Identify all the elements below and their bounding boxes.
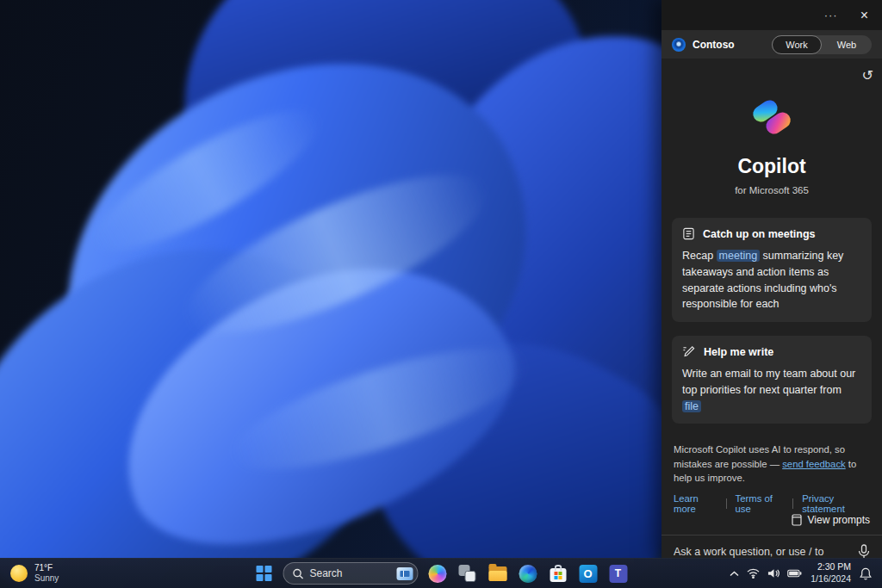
edge-browser-icon xyxy=(519,565,537,583)
file-explorer-icon xyxy=(488,566,506,581)
copilot-subtitle: for Microsoft 365 xyxy=(662,185,882,195)
search-icon xyxy=(293,568,304,579)
wifi-icon[interactable] xyxy=(747,568,760,579)
search-highlights-icon xyxy=(397,567,413,580)
view-prompts-button[interactable]: View prompts xyxy=(792,514,870,526)
taskbar-icon-file-explorer[interactable] xyxy=(487,562,509,585)
copilot-body: ↺ xyxy=(662,59,882,558)
pencil-icon xyxy=(682,345,696,358)
desktop-screen: ··· × Contoso Work Web ↺ xyxy=(0,0,882,588)
more-options-button[interactable]: ··· xyxy=(824,9,838,22)
divider xyxy=(792,498,793,509)
copilot-title: Copilot xyxy=(662,155,882,178)
contoso-logo-icon xyxy=(672,38,686,52)
speaker-icon[interactable] xyxy=(767,568,780,579)
search-placeholder: Search xyxy=(310,567,391,579)
clock-date: 1/16/2024 xyxy=(811,573,851,585)
weather-widget[interactable]: 71°F Sunny xyxy=(0,563,59,585)
prompt-book-icon xyxy=(792,514,802,526)
notification-bell-icon[interactable] xyxy=(860,567,872,580)
composer: 0/4000 xyxy=(662,535,882,558)
microsoft-store-icon xyxy=(550,568,566,582)
microphone-icon[interactable] xyxy=(858,544,870,558)
history-icon[interactable]: ↺ xyxy=(862,69,873,83)
clock-time: 2:30 PM xyxy=(811,561,851,573)
windows-logo-icon xyxy=(257,566,272,581)
toggle-work[interactable]: Work xyxy=(772,35,822,54)
prompt-card-write[interactable]: Help me write Write an email to my team … xyxy=(672,336,872,424)
org-name: Contoso xyxy=(693,39,735,51)
card-body: Recap meeting summarizing key takeaways … xyxy=(682,248,861,313)
tray-chevron-icon[interactable] xyxy=(730,571,739,577)
learn-more-link[interactable]: Learn more xyxy=(674,493,717,514)
card-header: Help me write xyxy=(682,345,861,358)
copilot-panel: ··· × Contoso Work Web ↺ xyxy=(662,0,882,558)
outlook-icon: O xyxy=(579,565,597,583)
view-prompts-label: View prompts xyxy=(808,514,870,526)
search-box[interactable]: Search xyxy=(283,562,419,585)
footer-links: Learn more Terms of use Privacy statemen… xyxy=(662,493,882,514)
privacy-statement-link[interactable]: Privacy statement xyxy=(802,493,870,514)
prompt-card-meetings[interactable]: Catch up on meetings Recap meeting summa… xyxy=(672,218,872,322)
terms-of-use-link[interactable]: Terms of use xyxy=(736,493,785,514)
task-view-icon xyxy=(459,565,476,582)
copilot-header: Contoso Work Web xyxy=(662,30,882,59)
taskbar-icon-microsoft-store[interactable] xyxy=(547,562,569,585)
taskbar-center: Search xyxy=(253,562,630,585)
weather-condition: Sunny xyxy=(34,573,59,585)
composer-box: 0/4000 xyxy=(674,544,870,558)
copilot-brand: Copilot for Microsoft 365 xyxy=(662,95,882,195)
battery-icon[interactable] xyxy=(787,569,802,578)
card-header: Catch up on meetings xyxy=(682,227,861,240)
teams-icon: T xyxy=(609,565,627,583)
card-body: Write an email to my team about our top … xyxy=(682,366,861,414)
ai-disclaimer: Microsoft Copilot uses AI to respond, so… xyxy=(662,443,882,485)
send-feedback-link[interactable]: send feedback xyxy=(782,459,846,469)
card-text: Recap xyxy=(682,250,717,262)
close-button[interactable]: × xyxy=(860,9,868,22)
copilot-titlebar: ··· × xyxy=(662,0,882,30)
taskbar: 71°F Sunny Search xyxy=(0,558,882,588)
view-prompts-row: View prompts xyxy=(662,514,882,535)
meeting-notes-icon xyxy=(682,227,695,240)
toggle-web[interactable]: Web xyxy=(822,36,872,53)
entity-chip-meeting[interactable]: meeting xyxy=(717,250,760,262)
card-text: Write an email to my team about our top … xyxy=(682,368,855,396)
taskbar-icon-outlook[interactable]: O xyxy=(577,562,599,585)
copilot-app-icon xyxy=(428,565,446,583)
divider xyxy=(726,498,727,509)
taskbar-icon-copilot[interactable] xyxy=(426,562,449,585)
entity-chip-file[interactable]: file xyxy=(682,400,701,412)
system-tray: 2:30 PM 1/16/2024 xyxy=(730,561,882,585)
sun-icon xyxy=(10,565,28,582)
prompt-cards: Catch up on meetings Recap meeting summa… xyxy=(662,218,882,424)
clock[interactable]: 2:30 PM 1/16/2024 xyxy=(811,561,851,585)
taskbar-icon-edge[interactable] xyxy=(517,562,539,585)
copilot-logo-icon xyxy=(749,95,794,139)
chat-input[interactable] xyxy=(674,544,853,558)
card-title: Help me write xyxy=(704,346,773,358)
weather-temperature: 71°F xyxy=(34,563,59,574)
taskbar-icon-task-view[interactable] xyxy=(457,562,479,585)
taskbar-icon-teams[interactable]: T xyxy=(607,562,630,585)
work-web-toggle: Work Web xyxy=(772,35,872,54)
start-button[interactable] xyxy=(253,562,276,585)
card-title: Catch up on meetings xyxy=(703,228,816,240)
